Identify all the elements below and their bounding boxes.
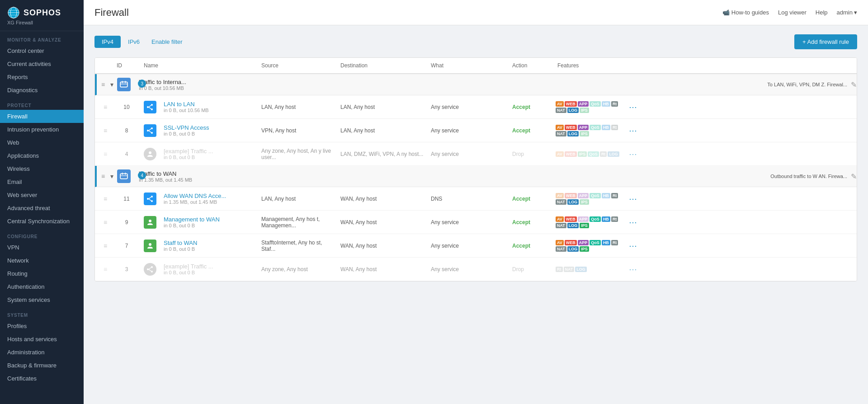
rule-name[interactable]: [example] Traffic ... [164,263,213,270]
rule-destination: WAN, Any host [337,196,427,202]
feature-badge: Rt [611,216,618,222]
feature-badge: HB [602,216,610,222]
rule-drag-handle[interactable]: ≡ [95,150,113,158]
sidebar-item-wireless[interactable]: Wireless [0,162,84,175]
feature-badge: APP [578,216,589,222]
rule-drag-handle[interactable]: ≡ [95,127,113,134]
sidebar-item-authentication[interactable]: Authentication [0,280,84,293]
log-viewer-link[interactable]: Log viewer [778,9,807,16]
sidebar: SOPHOS XG Firewall MONITOR & ANALYZECont… [0,0,84,404]
sidebar-item-control-center[interactable]: Control center [0,44,84,57]
sidebar-item-central-sync[interactable]: Central Synchronization [0,215,84,228]
rule-stats: in 0 B, out 0 B [164,270,213,275]
feature-badge: NAT [556,131,566,136]
sidebar-item-reports[interactable]: Reports [0,70,84,84]
rule-name[interactable]: [example] Traffic ... [164,148,213,155]
rule-destination: LAN, Any host [337,127,427,134]
rule-action: Drop [509,151,554,157]
rule-name[interactable]: Allow WAN DNS Acce... [164,193,226,199]
group-stats: in 0 B, out 10.56 MB [139,85,764,91]
col-more [626,62,640,69]
rule-more-button[interactable]: ⋯ [626,126,640,136]
rule-name[interactable]: Staff to WAN [164,240,197,246]
sidebar-item-routing[interactable]: Routing [0,267,84,280]
group-collapse-arrow[interactable]: ▾ [110,81,113,88]
help-link[interactable]: Help [816,9,828,16]
rule-drag-handle[interactable]: ≡ [95,103,113,111]
group-edit-icon[interactable]: ✎ [851,172,857,181]
rule-type-icon [144,240,156,252]
rule-more-button[interactable]: ⋯ [626,241,640,251]
sidebar-item-vpn[interactable]: VPN [0,241,84,254]
admin-menu[interactable]: admin ▾ [837,9,857,16]
sidebar-item-profiles[interactable]: Profiles [0,319,84,333]
rule-what: Any service [427,266,509,272]
svg-line-28 [149,199,151,201]
svg-point-25 [147,198,149,200]
group-drag-handle[interactable]: ≡ [99,81,107,88]
rule-more-button[interactable]: ⋯ [626,264,640,274]
feature-badge: QoS [590,193,601,198]
rule-drag-handle[interactable]: ≡ [95,242,113,249]
sidebar-item-network[interactable]: Network [0,254,84,267]
col-destination: Destination [337,62,427,69]
rule-name[interactable]: SSL-VPN Access [164,124,209,131]
sidebar-item-firewall[interactable]: Firewall [0,110,84,123]
sidebar-item-web[interactable]: Web [0,136,84,149]
rule-drag-handle[interactable]: ≡ [95,219,113,226]
sidebar-item-hosts-services[interactable]: Hosts and services [0,333,84,346]
rule-more-button[interactable]: ⋯ [626,149,640,159]
sidebar-item-web-server[interactable]: Web server [0,188,84,202]
group-features-text: To LAN, WiFi, VPN, DM Z. Firewal... [767,82,847,87]
rule-more-button[interactable]: ⋯ [626,194,640,204]
feature-badge: AV [556,240,564,245]
sidebar-item-certificates[interactable]: Certificates [0,372,84,385]
rule-name[interactable]: LAN to LAN [164,101,209,108]
feature-badge: IPS [580,223,589,228]
tab-ipv6[interactable]: IPv6 [121,36,147,48]
table-row: ≡ 9 Management to WAN in 0 B, out 0 B Ma… [95,211,857,234]
sidebar-section-configure: CONFIGURE [0,228,84,241]
group-drag-handle[interactable]: ≡ [99,173,107,180]
enable-filter-link[interactable]: Enable filter [151,38,183,45]
group-edit-icon[interactable]: ✎ [851,80,857,89]
group-collapse-arrow[interactable]: ▾ [110,173,113,180]
rule-drag-handle[interactable]: ≡ [95,195,113,202]
add-firewall-rule-button[interactable]: + Add firewall rule [794,34,857,49]
rule-stats: in 0 B, out 0 B [164,155,213,160]
group-stats: in 1.35 MB, out 1.45 MB [139,177,767,183]
rule-feature-badges: AVWEBAPPQoSHBRtNATLOGIPS [554,125,626,136]
rule-stats: in 0 B, out 0 B [164,131,209,136]
rule-name[interactable]: Management to WAN [164,216,220,223]
feature-badge: AV [556,151,564,157]
col-features: Features [554,62,626,69]
rule-more-button[interactable]: ⋯ [626,102,640,112]
help-label: Help [816,9,828,16]
sidebar-item-diagnostics[interactable]: Diagnostics [0,84,84,97]
table-row: ≡ 4 [example] Traffic ... in 0 B, out 0 … [95,142,857,166]
rule-what: Any service [427,243,509,249]
rule-what: Any service [427,151,509,157]
sidebar-item-backup-firmware[interactable]: Backup & firmware [0,359,84,372]
rule-drag-handle[interactable]: ≡ [95,266,113,273]
sidebar-item-email[interactable]: Email [0,175,84,188]
tab-ipv4[interactable]: IPv4 [94,36,121,48]
rule-source: LAN, Any host [258,104,337,110]
rule-destination: LAN, DMZ, WiFi, VPN, A ny host... [337,151,427,157]
sidebar-logo: SOPHOS XG Firewall [0,0,84,31]
sidebar-item-intrusion-prevention[interactable]: Intrusion prevention [0,123,84,136]
sidebar-item-advanced-threat[interactable]: Advanced threat [0,202,84,215]
sidebar-item-applications[interactable]: Applications [0,149,84,162]
sidebar-item-current-activities[interactable]: Current activities [0,57,84,70]
sidebar-item-administration[interactable]: Administration [0,346,84,359]
rule-stats: in 0 B, out 0 B [164,246,197,252]
rule-feature-badges: AVWEBAPPQoSHBRtNATLOGIPS [554,101,626,113]
how-to-guides-link[interactable]: 📹 How-to guides [722,9,769,16]
feature-badge: APP [578,193,589,198]
feature-badge: LOG [567,223,579,228]
admin-label: admin [837,9,853,16]
sidebar-item-system-services[interactable]: System services [0,293,84,306]
rule-more-button[interactable]: ⋯ [626,217,640,227]
rule-id: 7 [113,243,140,249]
sidebar-section-protect: PROTECT [0,97,84,110]
